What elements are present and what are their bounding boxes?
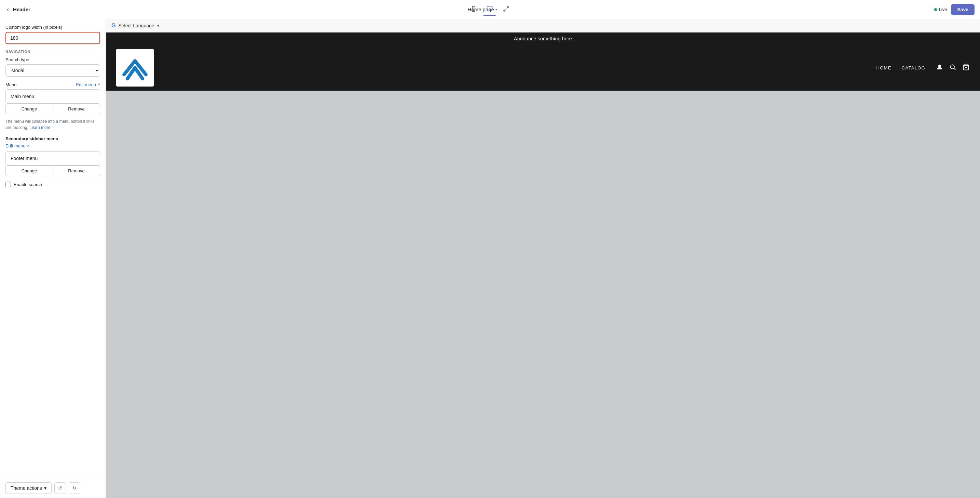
enable-search-checkbox[interactable] [5,182,11,187]
redo-button[interactable]: ↻ [69,482,80,494]
site-nav: HOME CATALOG [877,65,926,70]
top-bar-left: ‹ Header [5,5,30,14]
custom-logo-width-label: Custom logo width (in pixels) [5,25,100,30]
panel-title: Header [13,6,30,12]
navigation-section-label: NAVIGATION [5,49,100,54]
search-type-field: Search type Modal Predictive None [5,57,100,77]
svg-rect-2 [487,6,492,10]
theme-actions-chevron-icon: ▾ [44,485,46,491]
sidebar-bottom-bar: Theme actions ▾ ↺ ↻ [0,478,106,498]
back-icon: ‹ [7,6,9,13]
top-bar: ‹ Header Home page ▾ Live [0,0,980,19]
mobile-device-button[interactable] [467,4,480,15]
footer-menu-box: Footer menu [5,151,100,166]
secondary-sidebar-menu-field: Secondary sidebar menu Edit menu ↗ Foote… [5,136,100,176]
translate-bar: G Select Language ▾ [106,19,980,32]
site-nav-area: HOME CATALOG [877,64,970,72]
svg-line-5 [507,6,509,8]
main-layout: Custom logo width (in pixels) NAVIGATION… [0,19,980,498]
desktop-icon [486,7,493,13]
select-language-text: Select Language [118,23,154,29]
main-menu-label: Main menu [11,94,34,99]
undo-icon: ↺ [58,485,62,491]
google-g-icon: G [111,22,116,29]
svg-line-9 [954,68,956,70]
undo-button[interactable]: ↺ [54,482,66,494]
preview-content [106,91,980,279]
menu-field: Menu Edit menu ↗ Main menu Change Remove… [5,82,100,131]
fullscreen-device-button[interactable] [499,4,513,15]
svg-line-6 [504,9,505,11]
search-type-label: Search type [5,57,100,62]
preview-inner: G Select Language ▾ Announce something h… [106,19,980,498]
redo-icon: ↻ [72,485,76,491]
theme-actions-button[interactable]: Theme actions ▾ [5,482,52,494]
live-dot-icon [934,8,937,11]
custom-logo-width-field: Custom logo width (in pixels) [5,25,100,44]
mobile-icon [471,7,477,13]
logo-svg [121,54,149,81]
external-link-icon: ↗ [97,83,100,87]
account-icon[interactable] [936,64,943,72]
site-wrapper: G Select Language ▾ Announce something h… [106,19,980,498]
nav-item-catalog[interactable]: CATALOG [902,65,925,70]
menu-note: The menu will collapse into a menu butto… [5,118,100,131]
site-header: HOME CATALOG [106,45,980,91]
theme-actions-label: Theme actions [11,485,42,491]
translate-dropdown-icon[interactable]: ▾ [157,23,159,28]
back-button[interactable]: ‹ [5,5,10,14]
settings-sidebar: Custom logo width (in pixels) NAVIGATION… [0,19,106,498]
cart-icon[interactable] [962,64,970,72]
menu-label: Menu [5,82,17,87]
fullscreen-icon [503,7,509,13]
menu-row-label: Menu Edit menu ↗ [5,82,100,87]
live-label: Live [939,7,947,12]
preview-area: G Select Language ▾ Announce something h… [106,19,980,498]
svg-point-8 [950,65,955,69]
edit-menu-link[interactable]: Edit menu ↗ [76,82,100,87]
learn-more-label: Learn more [29,125,50,130]
secondary-sidebar-label: Secondary sidebar menu [5,136,100,141]
svg-point-7 [939,65,941,67]
custom-logo-width-input[interactable] [5,32,100,44]
menu-change2-button[interactable]: Change [5,166,52,176]
search-type-select[interactable]: Modal Predictive None [5,64,100,77]
search-icon[interactable] [949,64,956,72]
menu-actions-2: Change Remove [5,166,100,176]
top-bar-right: Live Save [934,4,975,15]
save-button[interactable]: Save [951,4,975,15]
edit-menu-label: Edit menu [76,82,96,87]
footer-menu-label: Footer menu [11,156,38,161]
edit-menu2-label: Edit menu [5,143,25,148]
enable-search-label[interactable]: Enable search [14,182,42,187]
learn-more-link[interactable]: Learn more [29,125,50,130]
live-status: Live [934,7,947,12]
menu-change-button[interactable]: Change [5,104,52,114]
enable-search-row: Enable search [5,182,100,187]
site-logo [116,49,154,86]
device-switcher [467,3,513,16]
sidebar-content: Custom logo width (in pixels) NAVIGATION… [0,19,106,478]
desktop-device-button[interactable] [483,3,496,16]
main-menu-box: Main menu [5,89,100,104]
nav-icons [936,64,970,72]
svg-point-1 [473,10,474,11]
menu-remove-button[interactable]: Remove [52,104,100,114]
menu-remove2-button[interactable]: Remove [52,166,100,176]
nav-item-home[interactable]: HOME [877,65,891,70]
external-link2-icon: ↗ [27,144,30,148]
announcement-bar: Announce something here [106,32,980,45]
menu-actions: Change Remove [5,104,100,114]
edit-menu2-link[interactable]: Edit menu ↗ [5,143,100,148]
announcement-text: Announce something here [514,36,572,42]
